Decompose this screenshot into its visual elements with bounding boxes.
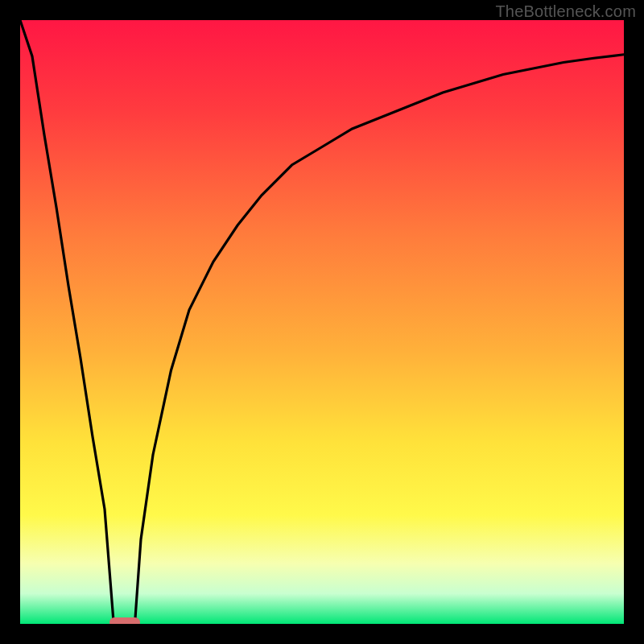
optimal-zone-marker xyxy=(109,617,140,624)
plot-area xyxy=(20,20,624,624)
watermark-text: TheBottleneck.com xyxy=(495,2,636,21)
curves-layer xyxy=(20,20,624,624)
curve-right-branch xyxy=(135,55,625,624)
chart-frame: TheBottleneck.com xyxy=(0,0,644,644)
curve-left-branch xyxy=(20,20,114,624)
